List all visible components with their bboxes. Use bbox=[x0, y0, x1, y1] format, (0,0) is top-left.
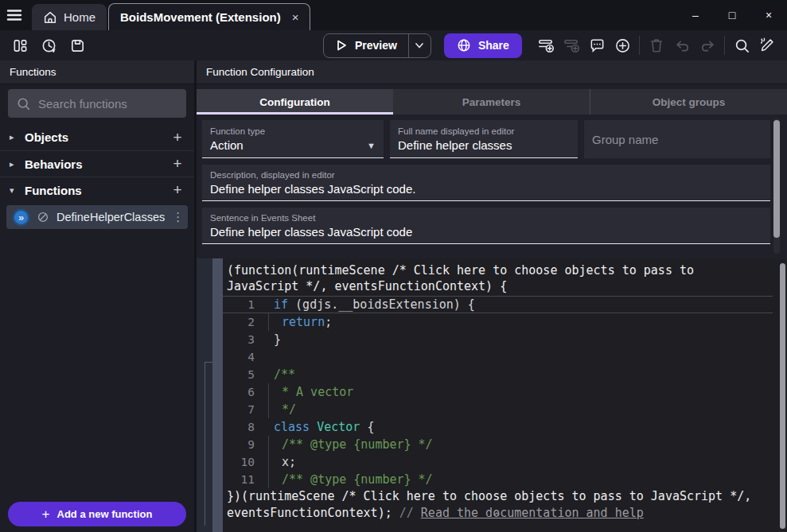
add-other-button[interactable] bbox=[610, 33, 634, 57]
preview-button[interactable]: Preview bbox=[324, 34, 408, 57]
function-type-label: Function type bbox=[210, 126, 376, 136]
hamburger-icon bbox=[6, 6, 23, 24]
line-content: /** @type {number} */ bbox=[274, 471, 433, 488]
line-number: 1 bbox=[223, 298, 255, 311]
search-box[interactable] bbox=[8, 89, 186, 118]
group-name-field[interactable] bbox=[584, 120, 770, 158]
code-footer-code: eventsFunctionContext); bbox=[227, 506, 399, 520]
code-line[interactable]: 1if (gdjs.__boidsExtension) { bbox=[223, 296, 773, 313]
description-label: Description, displayed in editor bbox=[210, 170, 762, 180]
full-name-field[interactable]: Full name displayed in editor Define hel… bbox=[390, 120, 578, 158]
toolbar-right bbox=[534, 33, 779, 57]
code-line[interactable]: 9/** @type {number} */ bbox=[223, 436, 773, 453]
code-line[interactable]: 3} bbox=[223, 331, 773, 348]
add-new-function-button[interactable]: + Add a new function bbox=[8, 502, 186, 526]
documentation-link[interactable]: Read the documentation and help bbox=[421, 506, 644, 520]
kebab-menu-icon[interactable]: ⋮ bbox=[172, 210, 184, 224]
event-left-strip[interactable] bbox=[212, 258, 223, 532]
main-menu-button[interactable] bbox=[0, 0, 29, 30]
code-line[interactable]: 10x; bbox=[223, 453, 773, 471]
add-function-plus-button[interactable]: + bbox=[170, 181, 185, 199]
code-header-line[interactable]: (function(runtimeScene /* Click here to … bbox=[223, 262, 787, 278]
line-content: * A vector bbox=[274, 383, 353, 401]
code-line[interactable]: 4 bbox=[223, 348, 773, 366]
share-button[interactable]: Share bbox=[444, 33, 522, 58]
description-field[interactable]: Description, displayed in editor Define … bbox=[202, 165, 770, 201]
full-name-value: Define helper classes bbox=[398, 138, 570, 152]
code-line[interactable]: 7*/ bbox=[223, 401, 773, 418]
line-number: 3 bbox=[223, 333, 255, 346]
sentence-field[interactable]: Sentence in Events Sheet Define helper c… bbox=[202, 208, 770, 244]
code-footer-line[interactable]: })(runtimeScene /* Click here to choose … bbox=[223, 488, 787, 505]
editor-collapse-handle[interactable]: ^ bbox=[493, 511, 500, 522]
tab-parameters[interactable]: Parameters bbox=[393, 89, 590, 115]
js-code-editor[interactable]: (function(runtimeScene /* Click here to … bbox=[223, 258, 787, 532]
code-line[interactable]: 8class Vector { bbox=[223, 418, 773, 436]
code-lines[interactable]: 1if (gdjs.__boidsExtension) {2return;3}4… bbox=[223, 296, 787, 488]
config-body: Function type Action ▼ Full name display… bbox=[197, 115, 787, 258]
tree-section-functions[interactable]: ▾ Functions + bbox=[0, 177, 194, 203]
section-label: Functions bbox=[25, 184, 163, 197]
tab-configuration[interactable]: Configuration bbox=[197, 89, 393, 115]
search-wrap bbox=[0, 84, 194, 118]
close-button[interactable]: × bbox=[750, 0, 787, 30]
line-content: x; bbox=[274, 453, 296, 471]
tab-object-groups[interactable]: Object groups bbox=[590, 89, 787, 115]
add-event-icon bbox=[537, 37, 555, 55]
code-header-line[interactable]: JavaScript */, eventsFunctionContext) { bbox=[223, 278, 787, 294]
config-scrollbar[interactable] bbox=[773, 118, 780, 254]
code-line[interactable]: 2return; bbox=[223, 313, 773, 331]
tree-section-behaviors[interactable]: ▸ Behaviors + bbox=[0, 150, 194, 177]
save-button[interactable] bbox=[65, 33, 89, 57]
code-line[interactable]: 6* A vector bbox=[223, 383, 773, 401]
line-content: /** @type {number} */ bbox=[274, 436, 433, 453]
search-input[interactable] bbox=[38, 97, 197, 111]
code-line[interactable]: 5/** bbox=[223, 366, 773, 383]
line-content: */ bbox=[274, 401, 296, 418]
section-label: Behaviors bbox=[25, 157, 163, 171]
add-event-button[interactable] bbox=[534, 33, 558, 57]
functions-tree: ▸ Objects + ▸ Behaviors + ▾ Functions + … bbox=[0, 124, 194, 495]
tab-boidsmovement[interactable]: BoidsMovement (Extension) × bbox=[108, 3, 310, 30]
add-subevent-button[interactable] bbox=[559, 33, 583, 57]
code-scrollbar-thumb[interactable] bbox=[780, 263, 785, 529]
app-window: Home BoidsMovement (Extension) × – □ × P… bbox=[0, 0, 787, 532]
history-icon bbox=[41, 37, 57, 54]
chevron-down-icon: ▾ bbox=[10, 185, 18, 196]
version-history-button[interactable] bbox=[37, 33, 60, 57]
share-label: Share bbox=[478, 39, 509, 52]
config-tab-bar: Configuration Parameters Object groups bbox=[197, 89, 787, 115]
function-type-select[interactable]: Function type Action ▼ bbox=[202, 120, 384, 158]
plus-icon: + bbox=[42, 507, 50, 522]
tab-home[interactable]: Home bbox=[32, 4, 107, 30]
line-number: 10 bbox=[223, 456, 255, 468]
undo-button[interactable] bbox=[670, 33, 694, 57]
function-item-selected[interactable]: » DefineHelperClasses ⋮ bbox=[6, 205, 188, 229]
redo-button[interactable] bbox=[695, 33, 719, 57]
add-comment-button[interactable] bbox=[585, 33, 609, 57]
edit-settings-button[interactable] bbox=[755, 33, 779, 57]
code-footer-line[interactable]: eventsFunctionContext); // Read the docu… bbox=[223, 505, 787, 522]
add-behavior-button[interactable]: + bbox=[170, 155, 185, 173]
dropdown-arrow-icon: ▼ bbox=[367, 141, 376, 150]
tab-home-label: Home bbox=[64, 10, 95, 24]
code-scrollbar[interactable] bbox=[780, 263, 785, 529]
title-bar: Home BoidsMovement (Extension) × – □ × bbox=[0, 0, 787, 30]
config-scrollbar-thumb[interactable] bbox=[773, 120, 780, 238]
group-name-input[interactable] bbox=[592, 133, 762, 146]
sentence-label: Sentence in Events Sheet bbox=[210, 213, 762, 223]
tab-close-icon[interactable]: × bbox=[292, 10, 299, 24]
search-events-button[interactable] bbox=[730, 33, 754, 57]
maximize-button[interactable]: □ bbox=[714, 0, 750, 30]
add-object-button[interactable]: + bbox=[170, 129, 185, 146]
project-manager-button[interactable] bbox=[8, 33, 32, 57]
line-number: 4 bbox=[223, 351, 255, 363]
sidebar-title: Functions bbox=[10, 66, 56, 78]
tree-section-objects[interactable]: ▸ Objects + bbox=[0, 124, 194, 150]
minimize-button[interactable]: – bbox=[677, 0, 714, 30]
delete-button[interactable] bbox=[645, 33, 668, 57]
line-number: 8 bbox=[223, 421, 255, 433]
comment-icon bbox=[589, 37, 606, 54]
code-line[interactable]: 11/** @type {number} */ bbox=[223, 471, 773, 488]
preview-dropdown-button[interactable] bbox=[408, 34, 431, 57]
